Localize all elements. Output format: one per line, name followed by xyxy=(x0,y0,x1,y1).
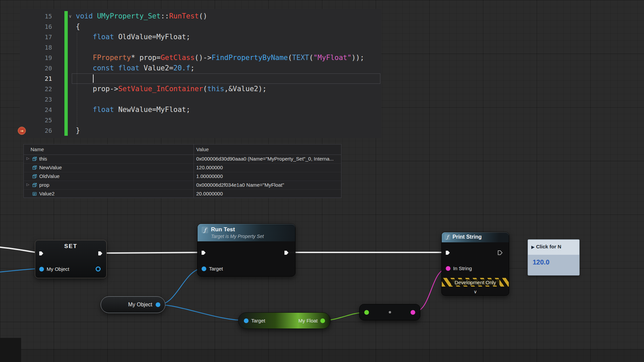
code-text: const float Value2=20.f; xyxy=(76,63,195,73)
my-object-output-pin[interactable] xyxy=(156,302,160,307)
watch-row[interactable]: NewValue120.000000 xyxy=(24,164,341,172)
fold-chevron-icon[interactable]: ∨ xyxy=(69,11,71,21)
print-string-node[interactable]: ƒ Print String In String Development Onl… xyxy=(441,232,509,296)
code-line[interactable]: 16{ xyxy=(20,21,381,32)
text-cursor xyxy=(93,74,94,83)
object-icon xyxy=(32,165,37,171)
change-bar xyxy=(64,105,68,115)
exec-in-pin[interactable] xyxy=(201,250,206,255)
panel-corner xyxy=(0,338,21,362)
banner-label: Development Only xyxy=(451,279,499,286)
panel-bottom-edge xyxy=(21,349,644,362)
code-line[interactable]: 17 float OldValue=MyFloat; xyxy=(20,32,381,42)
code-line[interactable]: 22 prop->SetValue_InContainer(this,&Valu… xyxy=(20,84,381,94)
object-icon xyxy=(32,157,37,162)
variable-value[interactable]: 1.00000000 xyxy=(196,173,340,179)
run-test-node[interactable]: ƒ Run Test Target is My Property Set Tar… xyxy=(197,224,296,277)
expander-icon[interactable]: ▷ xyxy=(26,182,29,187)
expander-icon[interactable]: ▷ xyxy=(26,156,29,161)
change-bar xyxy=(64,94,68,105)
line-number: 19 xyxy=(20,53,52,63)
code-line[interactable]: 15void UMyProperty_Set::RunTest()∨ xyxy=(20,11,381,21)
line-number: 15 xyxy=(20,11,52,21)
change-bar xyxy=(64,32,68,42)
change-bar xyxy=(64,11,68,21)
line-number: 22 xyxy=(20,84,52,94)
string-output-pin[interactable] xyxy=(411,310,415,315)
target-input-pin[interactable] xyxy=(202,266,206,271)
watch-panel[interactable]: Name Value ▷this0x000006d30d90aaa0 (Name… xyxy=(23,144,341,198)
node-subtitle: Target is My Property Set xyxy=(211,234,264,239)
watch-row[interactable]: OldValue1.00000000 xyxy=(24,172,341,181)
target-input-pin[interactable] xyxy=(244,318,249,323)
code-line[interactable]: 21 xyxy=(20,73,381,84)
my-object-output-pin[interactable] xyxy=(96,266,101,272)
variable-name: prop xyxy=(39,182,49,188)
exec-out-pin[interactable] xyxy=(497,250,503,255)
current-statement-icon[interactable]: → xyxy=(18,127,26,135)
set-node[interactable]: SET My Object xyxy=(35,240,107,278)
change-bar xyxy=(64,73,68,84)
variable-name: NewValue xyxy=(39,165,62,170)
blueprint-canvas[interactable]: SET My Object ƒ Run Test Target is My Pr… xyxy=(0,0,644,362)
code-editor-panel[interactable]: 15void UMyProperty_Set::RunTest()∨16{17 … xyxy=(20,9,381,138)
variable-value[interactable]: 20.0000000 xyxy=(196,191,340,196)
my-object-node[interactable]: My Object xyxy=(101,296,165,313)
watch-header: Name Value xyxy=(24,144,341,155)
pin-label: Target xyxy=(209,265,223,272)
development-only-banner: Development Only xyxy=(442,278,509,287)
variable-value[interactable]: 0x000006d30d90aaa0 (Name="MyProperty_Set… xyxy=(196,156,340,162)
object-icon xyxy=(32,183,37,188)
code-line[interactable]: 23 xyxy=(20,94,381,105)
convert-float-to-string-node[interactable] xyxy=(359,304,420,320)
watch-rows: ▷this0x000006d30d90aaa0 (Name="MyPropert… xyxy=(24,155,341,198)
column-divider[interactable] xyxy=(194,144,194,197)
watch-row[interactable]: ▷prop0x000006d2f034e1a0 Name="MyFloat" xyxy=(24,181,341,190)
variable-name: Value2 xyxy=(39,191,55,196)
value-column-header: Value xyxy=(196,146,209,152)
variable-value[interactable]: 120.000000 xyxy=(196,165,340,170)
code-text: } xyxy=(76,125,80,136)
change-bar xyxy=(64,63,68,73)
change-bar xyxy=(64,42,68,53)
variable-value[interactable]: 0x000006d2f034e1a0 Name="MyFloat" xyxy=(196,182,340,188)
in-string-input-pin[interactable] xyxy=(446,266,450,271)
code-text: void UMyProperty_Set::RunTest() xyxy=(76,11,207,21)
debug-box-header[interactable]: ▶Click for N xyxy=(531,244,579,249)
change-bar xyxy=(64,53,68,63)
line-number: 16 xyxy=(20,21,52,32)
function-icon: ƒ xyxy=(444,234,450,240)
exec-wire-set-runtest xyxy=(100,252,204,253)
exec-in-pin[interactable] xyxy=(445,250,450,255)
play-icon: ▶ xyxy=(531,245,534,249)
line-number: 17 xyxy=(20,32,52,42)
variable-name: OldValue xyxy=(39,173,60,179)
my-object-input-pin[interactable] xyxy=(39,267,44,272)
code-text: { xyxy=(76,21,80,32)
watch-row[interactable]: ▷this0x000006d30d90aaa0 (Name="MyPropert… xyxy=(24,155,341,164)
code-line[interactable]: 26}→ xyxy=(20,125,381,136)
watch-row[interactable]: Value220.0000000 xyxy=(24,190,341,198)
debug-value: 120.0 xyxy=(533,258,549,266)
code-line[interactable]: 20 const float Value2=20.f; xyxy=(20,63,381,73)
exec-out-pin[interactable] xyxy=(98,251,103,256)
pin-label: Target xyxy=(251,317,265,324)
code-line[interactable]: 18 xyxy=(20,42,381,53)
debug-value-box[interactable]: ▶Click for N 120.0 xyxy=(528,239,580,276)
code-text: float OldValue=MyFloat; xyxy=(76,32,190,42)
code-line[interactable]: 25 xyxy=(20,115,381,125)
exec-out-pin[interactable] xyxy=(284,250,289,255)
line-number: 25 xyxy=(20,115,52,125)
code-line[interactable]: 24 float NewValue=MyFloat; xyxy=(20,105,381,115)
float-input-pin[interactable] xyxy=(364,310,369,315)
function-icon: ƒ xyxy=(202,227,208,233)
chevron-down-icon[interactable]: ∨ xyxy=(442,289,509,294)
code-lines: 15void UMyProperty_Set::RunTest()∨16{17 … xyxy=(20,9,381,138)
my-float-output-pin[interactable] xyxy=(320,318,325,323)
my-float-node[interactable]: Target My Float xyxy=(238,312,331,329)
exec-in-pin[interactable] xyxy=(39,251,44,256)
node-title: Run Test xyxy=(211,226,235,233)
line-number: 18 xyxy=(20,42,52,53)
code-line[interactable]: 19 FProperty* prop=GetClass()->FindPrope… xyxy=(20,53,381,63)
pin-label: In String xyxy=(453,265,472,272)
